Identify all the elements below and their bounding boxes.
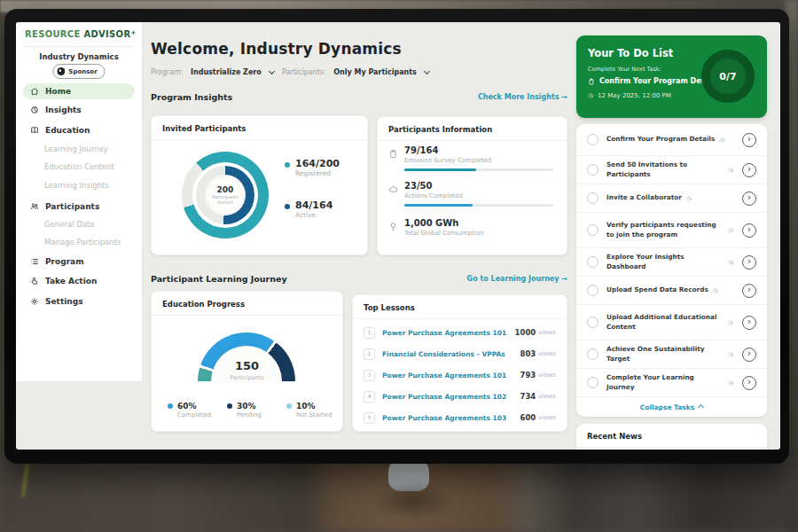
- task-checkbox[interactable]: [587, 164, 598, 176]
- task-row[interactable]: Upload Additional Educational Content ◷ …: [576, 305, 767, 340]
- card-title: Invited Participants: [162, 124, 246, 133]
- actions-progressbar: [404, 204, 553, 207]
- lesson-views: 793: [520, 371, 536, 379]
- task-open-chevron[interactable]: ›: [742, 192, 756, 206]
- lesson-views: 803: [520, 349, 536, 358]
- go-to-learning-journey-link[interactable]: Go to Learning Journey →: [424, 275, 567, 283]
- sidebar-item-label: Home: [45, 87, 71, 96]
- participants-value: Only My Participants: [333, 68, 417, 76]
- check-more-insights-link[interactable]: Check More Insights →: [424, 93, 567, 101]
- clock-icon: ◷: [728, 259, 733, 266]
- task-checkbox[interactable]: [587, 285, 598, 296]
- task-checkbox[interactable]: [587, 377, 598, 388]
- sidebar-item-insights[interactable]: Insights: [23, 102, 135, 118]
- todo-datetime: ◷ 12 May 2025, 12:00 PM: [588, 92, 671, 99]
- clock-icon: ◷: [713, 287, 718, 294]
- task-open-chevron[interactable]: ›: [742, 255, 756, 270]
- gauge-center-label: Participants: [152, 374, 342, 381]
- task-checkbox[interactable]: [587, 192, 598, 204]
- task-label: Send 50 Invitations to Participants: [606, 160, 724, 178]
- task-checkbox[interactable]: [587, 224, 598, 236]
- registered-label: Registered: [295, 169, 340, 177]
- task-open-chevron[interactable]: ›: [742, 284, 756, 298]
- lesson-link[interactable]: Power Purchase Agreements 102: [382, 393, 506, 401]
- emission-survey-progressbar: [404, 168, 553, 171]
- active-label: Active: [295, 211, 332, 219]
- lesson-link[interactable]: Power Purchase Agreements 103: [382, 414, 506, 422]
- lesson-link[interactable]: Power Purchase Agreements 101: [382, 372, 506, 379]
- lesson-link[interactable]: Power Purchase Agreements 101: [382, 329, 506, 337]
- logo-advisor: ADVISOR: [83, 29, 130, 39]
- sidebar-item-participants[interactable]: Participants: [23, 199, 135, 215]
- invited-participants-card: Invited Participants 200 Participants In…: [151, 115, 368, 255]
- sidebar-item-general-data[interactable]: General Data: [23, 216, 135, 232]
- section-program-insights: Program Insights: [151, 92, 232, 102]
- task-row[interactable]: Explore Your Insights Dashboard ◷ ›: [576, 248, 767, 277]
- task-checkbox[interactable]: [587, 348, 598, 360]
- task-label: Explore Your Insights Dashboard: [606, 253, 724, 270]
- sidebar-item-learning-insights[interactable]: Learning Insights: [23, 177, 135, 193]
- clock-icon: ◷: [686, 195, 692, 202]
- education-progress-card: Education Progress 150 Participants 60% …: [151, 291, 343, 432]
- participants-information-card: Participants Information 79/164 Emission…: [377, 116, 567, 255]
- task-checkbox[interactable]: [587, 256, 598, 268]
- gauge-legend-completed: 60% Completed: [168, 402, 211, 419]
- participants-label: Participants:: [282, 68, 326, 76]
- participants-select[interactable]: Participants: Only My Participants: [282, 68, 429, 76]
- task-open-chevron[interactable]: ›: [742, 376, 756, 390]
- sidebar-item-program[interactable]: Program: [23, 254, 135, 270]
- task-open-chevron[interactable]: ›: [742, 133, 756, 147]
- clock-icon: ◷: [728, 351, 733, 358]
- task-label: Complete Your Learning Journey: [606, 373, 724, 391]
- sidebar-item-settings[interactable]: Settings: [23, 293, 135, 309]
- invited-donut-inner: 200 Participants Invited: [196, 166, 254, 224]
- task-label: Confirm Your Program Details: [606, 135, 715, 144]
- gauge-legend-pending: 30% Pending: [227, 402, 262, 419]
- recent-news-title: Recent News: [587, 432, 642, 441]
- registered-value: 164/200: [295, 159, 340, 169]
- lesson-views: 734: [520, 392, 536, 401]
- task-row[interactable]: Invite a Collaborator ◷ ›: [576, 184, 767, 213]
- task-open-chevron[interactable]: ›: [742, 348, 756, 362]
- sponsor-icon: [57, 67, 65, 75]
- progress-fill: [404, 204, 473, 207]
- sidebar-item-label: Manage Participants: [44, 238, 121, 246]
- task-open-chevron[interactable]: ›: [742, 163, 756, 177]
- sidebar-item-education-content[interactable]: Education Content: [23, 159, 135, 175]
- legend-active: 84/164 Active: [285, 200, 332, 219]
- program-select[interactable]: Program: Industrialize Zero: [151, 68, 274, 76]
- task-row[interactable]: Confirm Your Program Details ◷ ›: [576, 124, 767, 156]
- legend-dot: [227, 403, 232, 409]
- progress-fill: [404, 168, 476, 171]
- lesson-rank: 2: [364, 348, 375, 360]
- task-row[interactable]: Send 50 Invitations to Participants ◷ ›: [576, 156, 767, 184]
- task-checkbox[interactable]: [587, 134, 598, 145]
- clipboard-icon: [588, 78, 595, 85]
- sidebar-item-label: Settings: [45, 297, 82, 306]
- sidebar-item-home[interactable]: Home: [23, 83, 135, 99]
- logo-resource: RESOURCE: [25, 29, 81, 39]
- card-title: Education Progress: [162, 300, 245, 309]
- task-checkbox[interactable]: [587, 317, 598, 328]
- task-row[interactable]: Verify participants requesting to join t…: [576, 213, 767, 248]
- sidebar-item-take-action[interactable]: Take Action: [23, 273, 135, 289]
- chevron-down-icon: [424, 68, 430, 74]
- collapse-tasks-link[interactable]: Collapse Tasks: [576, 397, 767, 417]
- task-row[interactable]: Complete Your Learning Journey ◷ ›: [576, 369, 767, 397]
- sidebar-item-label: General Data: [44, 220, 95, 229]
- task-row[interactable]: Upload Spend Data Records ◷ ›: [576, 277, 767, 305]
- emission-survey-value: 79/164: [404, 145, 438, 155]
- monitor-bezel: RESOURCE ADVISOR+ Industry Dynamics Spon…: [4, 9, 789, 464]
- lesson-link[interactable]: Financial Considerations - VPPAs: [382, 350, 505, 358]
- task-open-chevron[interactable]: ›: [742, 316, 756, 330]
- sponsor-label: Sponsor: [68, 68, 97, 75]
- sidebar-item-education[interactable]: Education: [23, 122, 135, 138]
- lesson-row: 5 Power Purchase Agreements 103 600 view…: [353, 407, 567, 428]
- sidebar-item-manage-participants[interactable]: Manage Participants: [23, 234, 135, 250]
- sidebar-item-learning-journey[interactable]: Learning Journey: [23, 141, 135, 157]
- task-row[interactable]: Achieve One Sustainability Target ◷ ›: [576, 340, 767, 369]
- card-divider: [353, 318, 567, 319]
- todo-summary-card: Your To Do List Complete Your Next Task:…: [576, 35, 767, 118]
- sponsor-badge[interactable]: Sponsor: [52, 64, 105, 79]
- task-open-chevron[interactable]: ›: [742, 223, 756, 238]
